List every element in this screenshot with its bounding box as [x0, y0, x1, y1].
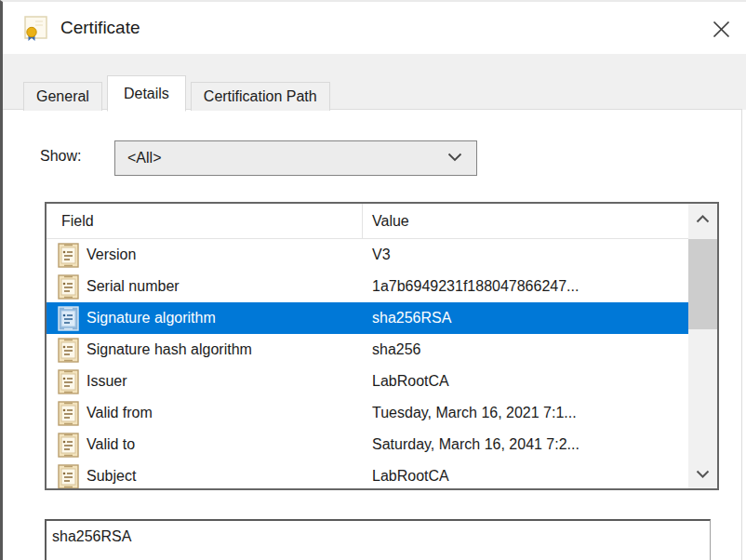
- field-value: V3: [363, 247, 688, 263]
- list-header: Field Value: [47, 204, 688, 239]
- column-header-field[interactable]: Field: [47, 204, 363, 238]
- tab-general[interactable]: General: [23, 82, 102, 111]
- field-cell: Issuer: [47, 366, 363, 397]
- field-name: Issuer: [87, 373, 127, 390]
- table-row-valid-from[interactable]: Valid from Tuesday, March 16, 2021 7:1..…: [47, 397, 688, 429]
- field-value: LabRootCA: [363, 468, 688, 485]
- title-bar: Certificate: [3, 2, 746, 54]
- field-value: sha256RSA: [363, 310, 688, 327]
- scroll-up-button[interactable]: [688, 204, 717, 233]
- field-cell: Subject: [47, 460, 363, 488]
- chevron-down-icon: [447, 153, 462, 162]
- close-icon: [713, 20, 730, 38]
- certificate-icon: [23, 15, 48, 42]
- table-row-version[interactable]: Version V3: [47, 239, 688, 271]
- field-value: Tuesday, March 16, 2021 7:1...: [363, 405, 688, 421]
- certificate-field-icon: [58, 306, 79, 331]
- certificate-field-icon: [58, 464, 79, 489]
- field-name: Signature hash algorithm: [87, 341, 252, 358]
- certificate-dialog: Certificate General Details Certificatio…: [0, 0, 746, 560]
- scrollbar-thumb[interactable]: [688, 239, 717, 329]
- show-dropdown-value: <All>: [127, 150, 161, 167]
- field-name: Signature algorithm: [87, 310, 216, 327]
- table-row-valid-to[interactable]: Valid to Saturday, March 16, 2041 7:2...: [47, 429, 688, 460]
- field-name: Version: [87, 247, 136, 263]
- chevron-down-icon: [696, 470, 710, 478]
- table-row-serial-number[interactable]: Serial number 1a7b6949231f188047866247..…: [47, 271, 688, 302]
- show-dropdown[interactable]: <All>: [114, 140, 477, 176]
- field-name: Serial number: [87, 278, 180, 295]
- column-header-value[interactable]: Value: [363, 213, 688, 230]
- tab-certification-path[interactable]: Certification Path: [191, 82, 330, 111]
- scroll-down-button[interactable]: [688, 459, 717, 488]
- table-row-signature-hash-algorithm[interactable]: Signature hash algorithm sha256: [47, 334, 688, 366]
- field-value: LabRootCA: [363, 373, 688, 390]
- certificate-field-icon: [58, 369, 79, 394]
- tab-strip: General Details Certification Path: [23, 74, 330, 111]
- field-cell: Valid to: [47, 429, 363, 460]
- close-button[interactable]: [701, 9, 740, 48]
- field-cell: Signature hash algorithm: [47, 334, 363, 366]
- certificate-field-icon: [58, 338, 79, 363]
- field-name: Subject: [87, 468, 136, 485]
- window-title: Certificate: [60, 18, 140, 38]
- fields-list-rows: Field Value Version V3: [47, 204, 688, 488]
- field-value: Saturday, March 16, 2041 7:2...: [363, 436, 688, 453]
- field-cell: Serial number: [47, 271, 363, 302]
- certificate-field-icon: [58, 401, 79, 426]
- vertical-scrollbar[interactable]: [688, 204, 717, 488]
- fields-list: Field Value Version V3: [45, 202, 719, 490]
- field-name: Valid from: [87, 405, 153, 421]
- certificate-field-icon: [58, 243, 79, 268]
- field-detail-text[interactable]: sha256RSA: [45, 519, 711, 560]
- table-row-subject[interactable]: Subject LabRootCA: [47, 460, 688, 488]
- chevron-up-icon: [696, 215, 710, 223]
- certificate-field-icon: [58, 433, 79, 458]
- field-value: 1a7b6949231f188047866247...: [363, 278, 688, 295]
- field-cell: Valid from: [47, 397, 363, 429]
- tab-details[interactable]: Details: [107, 75, 186, 112]
- show-label: Show:: [40, 148, 81, 165]
- table-row-issuer[interactable]: Issuer LabRootCA: [47, 366, 688, 397]
- field-cell: Version: [47, 239, 363, 271]
- table-row-signature-algorithm[interactable]: Signature algorithm sha256RSA: [47, 302, 688, 334]
- field-cell: Signature algorithm: [47, 302, 363, 334]
- certificate-field-icon: [58, 274, 79, 300]
- field-name: Valid to: [87, 436, 135, 453]
- field-value: sha256: [363, 341, 688, 358]
